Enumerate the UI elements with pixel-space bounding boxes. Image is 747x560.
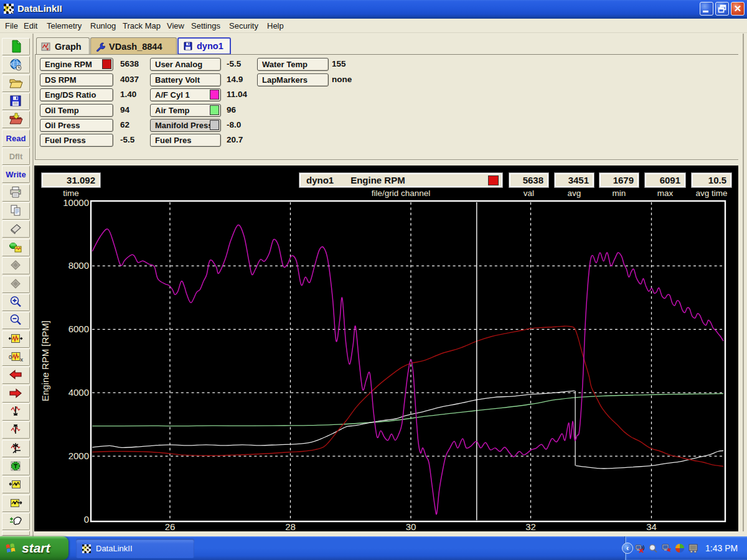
svg-text:10000: 10000 bbox=[63, 197, 89, 208]
svg-text:6000: 6000 bbox=[68, 324, 89, 334]
svg-text:0: 0 bbox=[9, 354, 12, 360]
svg-text:4000: 4000 bbox=[68, 387, 89, 398]
svg-text:26: 26 bbox=[165, 521, 176, 531]
svg-text:32: 32 bbox=[525, 521, 536, 531]
svg-text:28: 28 bbox=[285, 521, 296, 531]
svg-text:0: 0 bbox=[84, 514, 89, 525]
svg-text:2000: 2000 bbox=[68, 450, 89, 461]
svg-text:30: 30 bbox=[406, 521, 416, 531]
svg-text:x: x bbox=[20, 357, 23, 363]
svg-text:8000: 8000 bbox=[68, 260, 89, 271]
svg-text:Engine RPM [RPM]: Engine RPM [RPM] bbox=[40, 320, 50, 401]
svg-text:34: 34 bbox=[646, 521, 657, 531]
